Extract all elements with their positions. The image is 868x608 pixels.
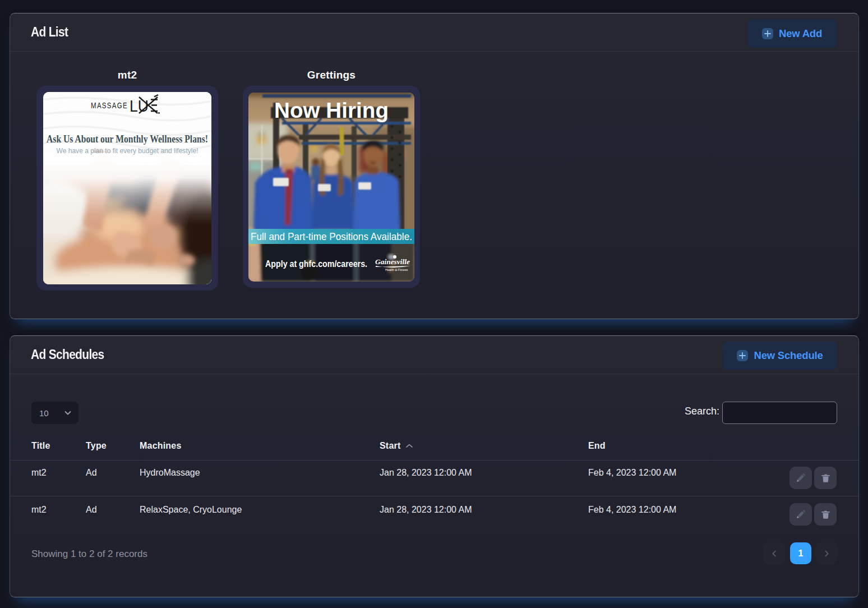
svg-text:Health & Fitness: Health & Fitness bbox=[385, 268, 408, 271]
svg-text:LU: LU bbox=[130, 96, 149, 115]
svg-text:Full and Part-time Positions A: Full and Part-time Positions Available. bbox=[251, 231, 412, 242]
svg-text:We have a plan to fit every bu: We have a plan to fit every budget and l… bbox=[57, 146, 198, 155]
svg-text:Now Hiring: Now Hiring bbox=[274, 98, 389, 122]
svg-text:MASSAGE: MASSAGE bbox=[91, 101, 128, 110]
svg-text:Gainesville: Gainesville bbox=[375, 257, 410, 266]
svg-text:Apply at ghfc.com/careers.: Apply at ghfc.com/careers. bbox=[265, 259, 367, 269]
svg-text:Ask Us About our Monthly Welln: Ask Us About our Monthly Wellness Plans! bbox=[47, 133, 208, 145]
